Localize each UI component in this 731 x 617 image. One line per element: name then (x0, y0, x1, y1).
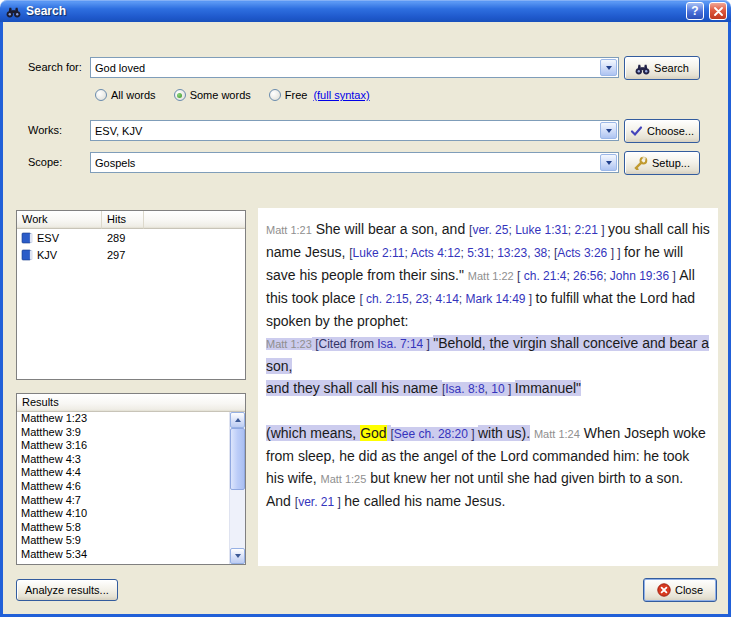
book-icon (21, 249, 33, 261)
cross-reference-link[interactable]: ch. 21:4 (524, 269, 567, 283)
work-name: KJV (37, 249, 57, 261)
verse-reference: Matt 1:24 (534, 428, 580, 440)
result-item[interactable]: Matthew 4:4 (17, 466, 229, 480)
result-item[interactable]: Matthew 4:6 (17, 480, 229, 494)
cross-reference-link[interactable]: 4:14 (435, 292, 458, 306)
check-icon (630, 125, 643, 137)
cross-reference-link[interactable]: Isa. 7:14 (377, 337, 423, 351)
triangle-up-icon (235, 415, 241, 422)
radio-some-words[interactable]: Some words (174, 89, 251, 101)
result-item[interactable]: Matthew 5:8 (17, 521, 229, 535)
cross-reference-link[interactable]: Isa. 8:8 (445, 382, 484, 396)
cross-reference-link[interactable]: ver. 25 (472, 223, 508, 237)
works-value[interactable] (91, 121, 599, 140)
setup-button-label: Setup... (652, 157, 690, 169)
cross-reference-link[interactable]: 2:21 (575, 223, 598, 237)
result-item[interactable]: Matthew 4:10 (17, 507, 229, 521)
titlebar: Search ? (0, 0, 731, 22)
cross-reference-link[interactable]: 23 (415, 292, 428, 306)
cross-reference-link[interactable]: Mark 14:49 (466, 292, 526, 306)
cross-reference-link[interactable]: 13:23 (497, 246, 527, 260)
result-item[interactable]: Matthew 4:3 (17, 453, 229, 467)
radio-all-words[interactable]: All words (95, 89, 156, 101)
setup-button[interactable]: Setup... (624, 151, 700, 175)
search-mode-options: All words Some words Free (full syntax) (95, 87, 370, 103)
search-button[interactable]: Search (624, 56, 700, 80)
preview-text: ; (603, 269, 610, 283)
search-combobox (90, 57, 619, 78)
result-item[interactable]: Matthew 3:16 (17, 439, 229, 453)
choose-button[interactable]: Choose... (624, 119, 700, 143)
search-input[interactable] (91, 58, 599, 77)
preview-text: ] ] (607, 246, 624, 260)
preview-text: ; (459, 292, 466, 306)
results-header[interactable]: Results (17, 394, 245, 412)
cross-reference-link[interactable]: Luke 1:31 (515, 223, 568, 237)
results-scrollbar[interactable] (229, 412, 245, 564)
radio-free[interactable]: Free (269, 89, 308, 101)
cross-reference-link[interactable]: John 19:36 (610, 269, 669, 283)
works-dropdown-button[interactable] (600, 122, 617, 139)
cross-reference-link[interactable]: 26:56 (573, 269, 603, 283)
help-button[interactable]: ? (686, 2, 704, 20)
cross-reference-link[interactable]: ver. 21 (298, 495, 334, 509)
preview-text: he called his name Jesus. (344, 493, 505, 509)
preview-text: ; (568, 223, 575, 237)
column-header-hits[interactable]: Hits (102, 211, 144, 229)
hits-count: 297 (102, 249, 125, 261)
column-header-work[interactable]: Work (17, 211, 102, 229)
result-item[interactable]: Matthew 5:9 (17, 534, 229, 548)
hits-table-body: ESV289KJV297 (17, 229, 245, 263)
cross-reference-link[interactable]: Luke 2:11 (353, 246, 405, 260)
preview-text: ; [ (547, 246, 557, 260)
cross-reference-link[interactable]: ch. 2:15 (366, 292, 409, 306)
window-title: Search (26, 4, 681, 18)
analyze-results-button[interactable]: Analyze results... (16, 579, 118, 601)
close-button[interactable]: Close (643, 578, 717, 602)
scroll-up-button[interactable] (230, 412, 245, 428)
verse-reference: Matt 1:21 (266, 224, 312, 236)
close-window-button[interactable] (709, 2, 727, 20)
result-item[interactable]: Matthew 5:34 (17, 548, 229, 562)
work-name: ESV (37, 232, 59, 244)
cross-reference-link[interactable]: Acts 4:12 (410, 246, 460, 260)
search-hit-highlight: God (360, 425, 386, 441)
cross-reference-link[interactable]: 38 (534, 246, 547, 260)
works-label: Works: (28, 120, 62, 141)
hits-row[interactable]: KJV297 (17, 246, 245, 263)
scope-dropdown-button[interactable] (600, 154, 617, 171)
result-item[interactable]: Matthew 3:9 (17, 426, 229, 440)
binoculars-icon (6, 5, 21, 18)
preview-text: [Cited from (312, 337, 377, 351)
hits-table: Work Hits ESV289KJV297 (16, 210, 246, 380)
search-for-label: Search for: (28, 57, 82, 78)
scope-label: Scope: (28, 152, 62, 173)
book-icon (21, 232, 33, 244)
scroll-down-button[interactable] (230, 548, 245, 564)
works-combobox (90, 120, 619, 141)
search-dropdown-button[interactable] (600, 59, 617, 76)
cross-reference-link[interactable]: Acts 3:26 (557, 246, 607, 260)
verse-reference: Matt 1:23 (266, 338, 312, 350)
result-item[interactable]: Matthew 4:7 (17, 494, 229, 508)
cross-reference-link[interactable]: 10 (491, 382, 504, 396)
wrench-icon (634, 156, 648, 170)
hits-row[interactable]: ESV289 (17, 229, 245, 246)
search-button-label: Search (654, 62, 689, 74)
result-item[interactable]: Matthew 1:23 (17, 412, 229, 426)
close-icon (657, 583, 671, 597)
binoculars-icon (635, 62, 650, 75)
column-header-filler (144, 211, 245, 229)
full-syntax-link[interactable]: (full syntax) (313, 89, 369, 101)
preview-text (387, 425, 391, 441)
scroll-thumb[interactable] (230, 428, 245, 490)
preview-text: ] (423, 337, 433, 351)
preview-text: ] (334, 495, 344, 509)
choose-button-label: Choose... (647, 125, 694, 137)
cross-reference-link[interactable]: 5:31 (467, 246, 490, 260)
preview-text: ] (468, 427, 478, 441)
cross-reference-link[interactable]: See ch. 28:20 (394, 427, 468, 441)
scope-value[interactable] (91, 153, 599, 172)
search-window: Search ? Search for: S (0, 0, 731, 617)
triangle-down-icon (235, 554, 241, 561)
